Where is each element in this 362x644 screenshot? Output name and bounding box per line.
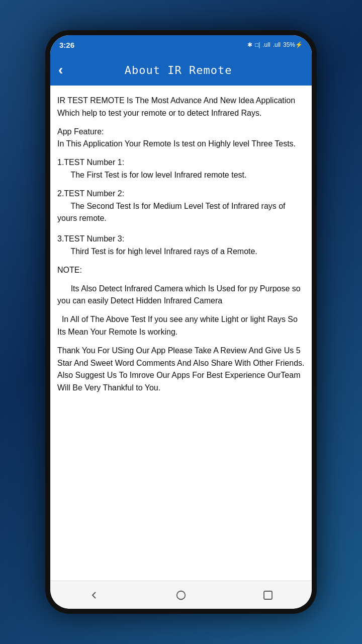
bottom-nav xyxy=(50,581,312,609)
svg-point-0 xyxy=(177,591,186,599)
battery-icon: 35%⚡ xyxy=(283,41,303,48)
svg-rect-1 xyxy=(264,591,272,599)
status-time: 3:26 xyxy=(59,41,74,49)
content-text: IR TEST REMOTE Is The Most Advance And N… xyxy=(57,95,305,394)
feature-heading: App Feature: In This Application Your Re… xyxy=(57,126,305,151)
network-icon2: .ull xyxy=(273,41,281,48)
nav-home-button[interactable] xyxy=(173,588,189,603)
light-note: In All of The Above Test If you see any … xyxy=(57,313,305,339)
test1-section: 1.TEST Number 1: The First Test is for l… xyxy=(57,156,305,182)
note-section: NOTE: xyxy=(57,264,305,277)
test3-section: 3.TEST Number 3: Third Test is for high … xyxy=(57,233,305,258)
nav-recent-button[interactable] xyxy=(260,588,276,603)
test2-section: 2.TEST Number 2: The Second Test Is for … xyxy=(57,188,305,225)
phone-inner: 3:26 ✱ □| .ull .ull 35%⚡ ‹ About IR Remo… xyxy=(50,35,312,609)
phone-shell: 3:26 ✱ □| .ull .ull 35%⚡ ‹ About IR Remo… xyxy=(45,30,317,614)
app-bar: ‹ About IR Remote xyxy=(50,54,312,86)
back-button[interactable]: ‹ xyxy=(58,63,63,77)
intro-paragraph: IR TEST REMOTE Is The Most Advance And N… xyxy=(57,95,305,120)
bluetooth-icon: ✱ xyxy=(247,41,252,48)
app-title: About IR Remote xyxy=(68,64,289,76)
network-icon1: .ull xyxy=(262,41,270,48)
content-area: IR TEST REMOTE Is The Most Advance And N… xyxy=(50,86,312,581)
thank-you: Thank You For USing Our App Please Take … xyxy=(57,345,305,394)
status-bar: 3:26 ✱ □| .ull .ull 35%⚡ xyxy=(50,35,312,54)
status-icons: ✱ □| .ull .ull 35%⚡ xyxy=(247,41,303,48)
nav-back-button[interactable] xyxy=(86,588,102,603)
signal-icon: □| xyxy=(255,41,260,48)
note-body: Its Also Detect Infrared Camera which Is… xyxy=(57,283,305,308)
